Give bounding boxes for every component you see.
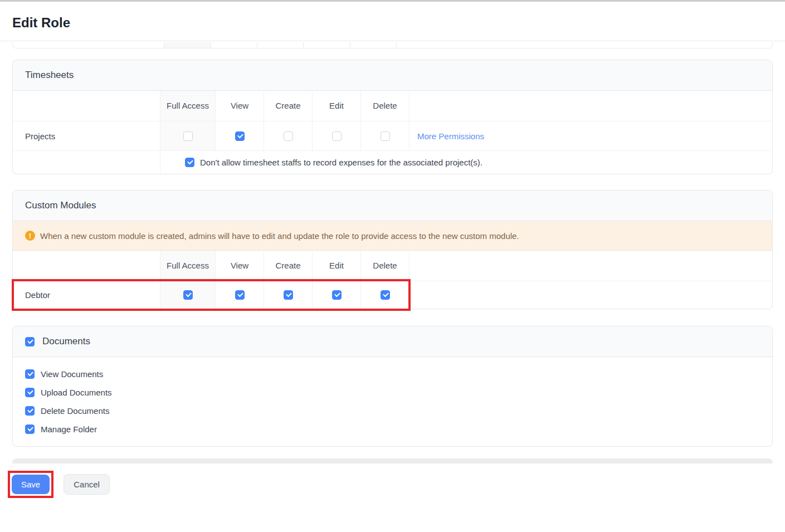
column-header-create: Create xyxy=(264,251,313,281)
sliver-border xyxy=(164,42,164,48)
debtor-edit-checkbox[interactable] xyxy=(332,290,342,300)
documents-card-header: Documents xyxy=(13,326,772,357)
document-permission-item: Upload Documents xyxy=(25,388,760,397)
document-permission-item: View Documents xyxy=(25,369,760,379)
permission-row-projects: ProjectsMore Permissions xyxy=(13,121,772,150)
documents-card: Documents View DocumentsUpload Documents… xyxy=(12,326,773,447)
save-button[interactable]: Save xyxy=(12,475,50,494)
custom_modules-table-header-row: Full AccessViewCreateEditDelete xyxy=(13,251,772,281)
sliver-border xyxy=(350,42,350,48)
permission-cell xyxy=(361,121,409,150)
debtor-full-access-checkbox[interactable] xyxy=(183,290,193,300)
column-header-spacer xyxy=(409,91,772,121)
permission-cell xyxy=(313,121,361,150)
custom-modules-warning-banner: ! When a new custom module is created, a… xyxy=(13,221,772,251)
timesheets-card-header: Timesheets xyxy=(13,60,772,91)
debtor-create-checkbox[interactable] xyxy=(284,290,293,300)
row-label: Projects xyxy=(13,121,160,150)
upload-documents-checkbox[interactable] xyxy=(25,388,35,397)
column-header-spacer xyxy=(409,251,772,281)
more-permissions-link[interactable]: More Permissions xyxy=(417,131,484,141)
next-card-top-sliver xyxy=(12,458,773,463)
custom-modules-title: Custom Modules xyxy=(25,200,96,211)
debtor-view-checkbox[interactable] xyxy=(235,290,245,300)
timesheets-card: Timesheets Full AccessViewCreateEditDele… xyxy=(12,60,773,174)
documents-section-checkbox[interactable] xyxy=(25,337,35,346)
projects-create-checkbox[interactable] xyxy=(284,131,293,141)
note-empty-cell xyxy=(13,151,160,174)
sliver-border xyxy=(396,42,397,48)
permission-cell xyxy=(160,281,216,309)
document-permission-item: Delete Documents xyxy=(25,406,760,416)
projects-edit-checkbox[interactable] xyxy=(332,131,342,141)
document-permission-label: Manage Folder xyxy=(41,424,97,434)
delete-documents-checkbox[interactable] xyxy=(25,406,35,416)
column-header-view: View xyxy=(216,251,264,281)
column-header-edit: Edit xyxy=(313,91,361,121)
timesheet-note-row: Don't allow timesheet staffs to record e… xyxy=(13,150,772,174)
timesheet-expense-restriction-checkbox[interactable] xyxy=(185,158,194,167)
manage-folder-checkbox[interactable] xyxy=(25,424,35,434)
save-button-highlight-annotation: Save xyxy=(8,471,53,498)
documents-permissions-list: View DocumentsUpload DocumentsDelete Doc… xyxy=(13,357,772,446)
sliver-full-access-cell xyxy=(164,42,211,48)
timesheets-title: Timesheets xyxy=(25,70,74,81)
column-header-delete: Delete xyxy=(361,251,409,281)
permission-cell xyxy=(264,121,313,150)
projects-view-checkbox[interactable] xyxy=(235,131,245,141)
timesheet-expense-restriction-label: Don't allow timesheet staffs to record e… xyxy=(200,158,482,167)
permission-cell xyxy=(264,281,313,309)
permission-cell xyxy=(313,281,361,309)
projects-full-access-checkbox[interactable] xyxy=(183,131,193,141)
debtor-delete-checkbox[interactable] xyxy=(381,290,390,300)
permission-cell xyxy=(160,121,216,150)
row-label: Debtor xyxy=(13,281,160,309)
document-permission-label: Upload Documents xyxy=(41,388,112,397)
exclamation-circle-icon: ! xyxy=(25,231,35,241)
sliver-border xyxy=(211,42,211,48)
column-header-full-access: Full Access xyxy=(160,91,216,121)
permission-row-debtor: Debtor xyxy=(13,281,772,309)
sliver-border xyxy=(257,42,257,48)
column-header-view: View xyxy=(216,91,264,121)
column-header-create: Create xyxy=(264,91,313,121)
projects-delete-checkbox[interactable] xyxy=(381,131,390,141)
timesheets-permission-table: Full AccessViewCreateEditDeleteProjectsM… xyxy=(13,91,772,150)
sliver-border xyxy=(303,42,304,48)
row-extra-cell: More Permissions xyxy=(409,121,772,150)
column-header-full-access: Full Access xyxy=(160,251,216,281)
column-header-delete: Delete xyxy=(361,91,409,121)
scrolled-table-sliver xyxy=(12,42,773,48)
document-permission-label: View Documents xyxy=(41,369,103,379)
row-extra-cell xyxy=(409,281,772,309)
document-permission-label: Delete Documents xyxy=(41,406,109,416)
view-documents-checkbox[interactable] xyxy=(25,369,35,379)
permission-cell xyxy=(216,281,264,309)
cancel-button[interactable]: Cancel xyxy=(64,474,110,495)
custom-modules-warning-text: When a new custom module is created, adm… xyxy=(40,231,519,241)
row-label-column-header xyxy=(13,251,160,281)
footer-action-bar: Save Cancel xyxy=(0,463,785,506)
timesheets-table-header-row: Full AccessViewCreateEditDelete xyxy=(13,91,772,121)
custom-modules-card-header: Custom Modules xyxy=(13,191,772,221)
title-divider xyxy=(0,41,785,41)
page-title: Edit Role xyxy=(0,2,785,41)
custom-modules-permission-table: Full AccessViewCreateEditDeleteDebtor xyxy=(13,251,772,309)
documents-title: Documents xyxy=(42,336,90,347)
permission-cell xyxy=(361,281,409,309)
row-label-column-header xyxy=(13,91,160,121)
permission-cell xyxy=(216,121,264,150)
document-permission-item: Manage Folder xyxy=(25,424,760,434)
custom-modules-card: Custom Modules ! When a new custom modul… xyxy=(12,190,773,309)
column-header-edit: Edit xyxy=(313,251,361,281)
